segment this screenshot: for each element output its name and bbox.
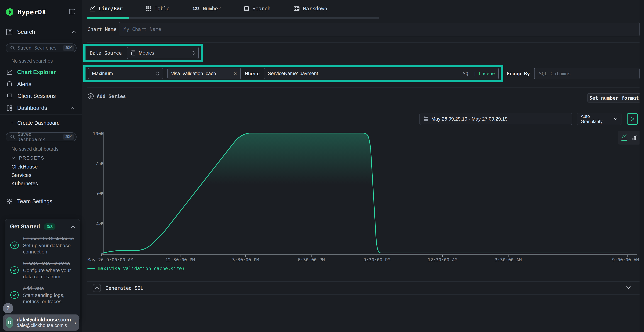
get-started-item[interactable]: Add Data Start sending logs, metrics, or… <box>10 285 75 305</box>
tab-markdown[interactable]: Markdown <box>294 6 327 12</box>
app-title: HyperDX <box>18 8 46 16</box>
where-label: Where <box>245 71 260 76</box>
generated-sql-label: Generated SQL <box>106 285 143 291</box>
check-circle-icon <box>10 290 19 300</box>
legend-line-swatch <box>88 268 95 269</box>
preset-kubernetes[interactable]: Kubernetes <box>12 181 38 186</box>
x-tick-label: 9:00:00 AM <box>612 257 639 262</box>
run-query-button[interactable] <box>627 113 638 125</box>
scroll-gutter[interactable] <box>640 0 644 332</box>
granularity-value: Auto Granularity <box>581 114 611 124</box>
aggregation-select[interactable]: Maximum <box>88 68 163 79</box>
tab-label: Line/Bar <box>98 6 123 12</box>
no-saved-dashboards-note: No saved dashboards <box>12 146 58 152</box>
chevron-down-icon <box>614 118 618 120</box>
markdown-icon <box>294 6 300 11</box>
tab-search[interactable]: Search <box>244 6 270 12</box>
saved-searches-input[interactable]: Saved Searches ⌘K <box>6 44 76 52</box>
line-chart-icon <box>6 69 12 75</box>
tab-number[interactable]: 123 Number <box>192 6 221 12</box>
y-tick-label: 100K <box>93 131 104 136</box>
team-settings-label: Team Settings <box>17 198 52 205</box>
preset-clickhouse[interactable]: ClickHouse <box>12 164 38 170</box>
y-tick-label: 75K <box>96 161 104 166</box>
laptop-icon <box>6 93 13 99</box>
granularity-select[interactable]: Auto Granularity <box>577 113 622 125</box>
data-source-label: Data Source <box>90 50 122 56</box>
chart-legend[interactable]: max(visa_validation_cache.size) <box>88 266 184 271</box>
saved-searches-placeholder: Saved Searches <box>18 45 61 50</box>
y-tick-label: 25K <box>96 221 104 226</box>
tab-label: Search <box>252 6 270 12</box>
user-subtitle: dale@clickhouse.com's <box>17 323 71 328</box>
chevron-down-icon <box>12 157 16 160</box>
app-logo[interactable]: HyperDX <box>6 8 46 16</box>
saved-dashboards-input[interactable]: Saved Dashboards ⌘K <box>6 132 76 141</box>
y-tick-label: 50K <box>96 191 104 196</box>
select-chevrons-icon <box>192 51 195 55</box>
help-button[interactable]: ? <box>3 303 13 314</box>
task-subtitle: Configure where your data comes from <box>23 267 75 280</box>
metric-chip[interactable]: visa_validation_cach × <box>168 68 241 79</box>
chevron-up-icon[interactable] <box>71 226 75 228</box>
get-started-title: Get Started <box>10 224 40 230</box>
journal-icon <box>6 29 12 35</box>
select-chevrons-icon <box>156 72 159 76</box>
sql-mode-toggle[interactable]: SQL <box>463 71 471 76</box>
y-tick-label: 0 <box>101 252 104 258</box>
shortcut-badge: ⌘K <box>63 134 74 140</box>
user-menu[interactable]: D dale@clickhouse.com dale@clickhouse.co… <box>3 314 79 330</box>
generated-sql-toggle[interactable]: <> Generated SQL <box>83 282 640 294</box>
group-by-input[interactable] <box>534 68 640 79</box>
get-started-item[interactable]: Create Data Sources Configure where your… <box>10 260 75 280</box>
chart-name-input[interactable] <box>119 22 640 36</box>
sidebar-item-dashboards[interactable]: Dashboards <box>0 103 82 113</box>
sidebar-item-client-sessions[interactable]: Client Sessions <box>0 91 82 101</box>
time-range-picker[interactable]: May 26 09:29:19 - May 27 09:29:19 <box>420 113 572 125</box>
bell-icon <box>6 81 12 88</box>
remove-metric-icon[interactable]: × <box>234 70 237 76</box>
sidebar-item-chart-explorer[interactable]: Chart Explorer <box>0 67 82 77</box>
sidebar-item-alerts[interactable]: Alerts <box>0 79 82 89</box>
database-icon <box>131 50 136 56</box>
x-tick-label: 6:30:00 PM <box>298 257 325 262</box>
time-range-value: May 26 09:29:19 - May 27 09:29:19 <box>431 116 508 122</box>
tab-label: Table <box>154 6 170 12</box>
tab-line-bar[interactable]: Line/Bar <box>89 6 123 12</box>
tab-table[interactable]: Table <box>146 6 170 12</box>
create-dashboard-button[interactable]: + Create Dashboard <box>0 118 82 128</box>
set-number-format-button[interactable]: Set number format <box>588 93 641 102</box>
series-annotation-box: Maximum visa_validation_cach × Where Ser… <box>83 65 504 82</box>
preset-services[interactable]: Services <box>12 172 31 178</box>
nav-label: Alerts <box>17 81 31 88</box>
collapse-sidebar-icon[interactable] <box>69 9 75 14</box>
main-content: Line/Bar Table 123 Number Search <box>83 0 644 332</box>
lang-separator: | <box>474 71 476 76</box>
series-area-fill <box>103 133 628 253</box>
chevron-up-icon <box>72 30 76 34</box>
plus-circle-icon <box>88 93 94 100</box>
sidebar-search-label: Search <box>17 28 35 35</box>
code-icon: <> <box>93 284 101 292</box>
x-tick-marks <box>180 255 628 257</box>
avatar: D <box>6 317 14 328</box>
metric-line-chart[interactable] <box>100 125 641 261</box>
sidebar-item-team-settings[interactable]: Team Settings <box>0 196 82 206</box>
sidebar-section-search[interactable]: Search <box>6 28 76 35</box>
chevron-down-icon <box>626 286 631 289</box>
metric-name: visa_validation_cach <box>172 71 216 76</box>
active-tab-underline <box>86 17 129 18</box>
line-bar-icon <box>89 6 95 12</box>
create-dashboard-label: Create Dashboard <box>17 120 60 126</box>
add-series-button[interactable]: Add Series <box>88 93 126 100</box>
data-source-value: Metrics <box>139 50 154 56</box>
tab-underline-track <box>86 17 379 18</box>
get-started-card: Get Started 3/3 Connect to ClickHouse Se… <box>5 219 80 320</box>
get-started-item[interactable]: Connect to ClickHouse Set up your databa… <box>10 236 75 255</box>
presets-header[interactable]: PRESETS <box>12 155 44 161</box>
data-source-select[interactable]: Metrics <box>127 47 199 59</box>
lucene-mode-toggle[interactable]: Lucene <box>479 71 495 76</box>
where-input[interactable]: ServiceName: payment SQL | Lucene <box>264 68 499 79</box>
chevron-up-icon <box>70 106 75 110</box>
chevron-right-icon: › <box>74 319 76 326</box>
